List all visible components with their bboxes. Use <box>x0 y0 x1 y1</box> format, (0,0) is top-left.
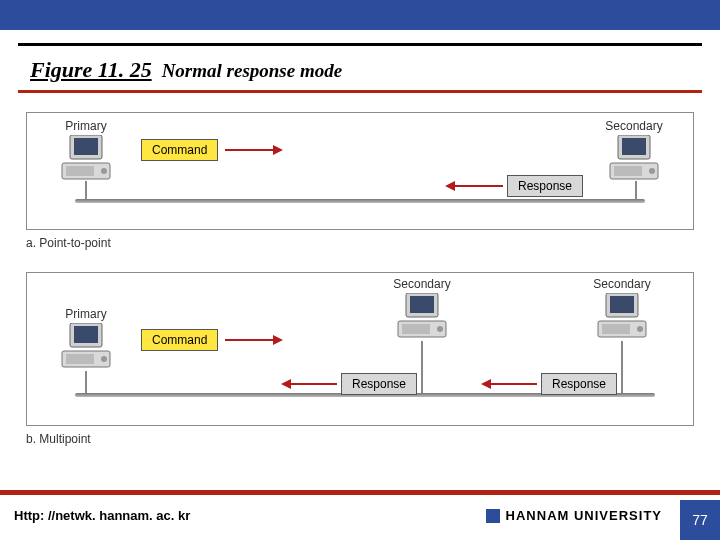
svg-rect-20 <box>410 296 434 313</box>
cable-drop <box>621 341 623 393</box>
arrow-left-icon <box>479 377 537 391</box>
svg-point-23 <box>437 326 443 332</box>
university-logo-icon <box>486 509 500 523</box>
footer-rule <box>0 490 720 495</box>
title-rule-top <box>18 43 702 46</box>
svg-marker-34 <box>481 379 491 389</box>
command-box: Command <box>141 139 218 161</box>
page-number-value: 77 <box>692 512 708 528</box>
primary-label: Primary <box>51 119 121 133</box>
cable-drop <box>421 341 423 393</box>
command-label: Command <box>152 143 207 157</box>
arrow-left-icon <box>443 179 503 193</box>
secondary-computer-1: Secondary <box>387 277 457 341</box>
svg-point-18 <box>101 356 107 362</box>
primary-label: Primary <box>51 307 121 321</box>
svg-point-9 <box>649 168 655 174</box>
svg-rect-25 <box>610 296 634 313</box>
secondary-label: Secondary <box>599 119 669 133</box>
primary-computer: Primary <box>51 119 121 183</box>
response-label: Response <box>518 179 572 193</box>
panel-b-caption: b. Multipoint <box>26 432 91 446</box>
command-box: Command <box>141 329 218 351</box>
svg-rect-8 <box>614 166 642 176</box>
svg-rect-15 <box>74 326 98 343</box>
svg-point-28 <box>637 326 643 332</box>
primary-computer: Primary <box>51 307 121 371</box>
svg-marker-32 <box>281 379 291 389</box>
svg-rect-6 <box>622 138 646 155</box>
svg-point-4 <box>101 168 107 174</box>
response-box-2: Response <box>541 373 617 395</box>
response-box: Response <box>507 175 583 197</box>
university-name: HANNAM UNIVERSITY <box>506 508 662 523</box>
svg-rect-3 <box>66 166 94 176</box>
page-number: 77 <box>680 500 720 540</box>
computer-icon <box>604 135 664 183</box>
secondary-label-1: Secondary <box>387 277 457 291</box>
svg-marker-11 <box>273 145 283 155</box>
arrow-right-icon <box>225 333 285 347</box>
computer-icon <box>392 293 452 341</box>
secondary-label-2: Secondary <box>587 277 657 291</box>
network-cable <box>75 199 645 203</box>
computer-icon <box>56 323 116 371</box>
response-label-1: Response <box>352 377 406 391</box>
panel-point-to-point: Primary Secondary Command Response <box>26 112 694 230</box>
secondary-computer-2: Secondary <box>587 277 657 341</box>
figure-title-row: Figure 11. 25 Normal response mode <box>30 57 690 83</box>
title-rule-bottom <box>18 90 702 93</box>
figure-title: Normal response mode <box>162 60 343 82</box>
secondary-computer: Secondary <box>599 119 669 183</box>
panel-a-caption: a. Point-to-point <box>26 236 111 250</box>
response-box-1: Response <box>341 373 417 395</box>
command-label: Command <box>152 333 207 347</box>
svg-rect-22 <box>402 324 430 334</box>
svg-rect-27 <box>602 324 630 334</box>
svg-rect-17 <box>66 354 94 364</box>
cable-drop <box>635 181 637 199</box>
svg-marker-30 <box>273 335 283 345</box>
panel-multipoint: Primary Secondary Secondary <box>26 272 694 426</box>
svg-rect-1 <box>74 138 98 155</box>
svg-marker-13 <box>445 181 455 191</box>
figure-number: Figure 11. 25 <box>30 57 152 83</box>
computer-icon <box>592 293 652 341</box>
footer-university: HANNAM UNIVERSITY <box>486 508 662 523</box>
computer-icon <box>56 135 116 183</box>
arrow-left-icon <box>279 377 337 391</box>
cable-drop <box>85 181 87 199</box>
footer-url: Http: //netwk. hannam. ac. kr <box>14 508 190 523</box>
top-blue-bar <box>0 0 720 30</box>
arrow-right-icon <box>225 143 285 157</box>
cable-drop <box>85 371 87 393</box>
response-label-2: Response <box>552 377 606 391</box>
